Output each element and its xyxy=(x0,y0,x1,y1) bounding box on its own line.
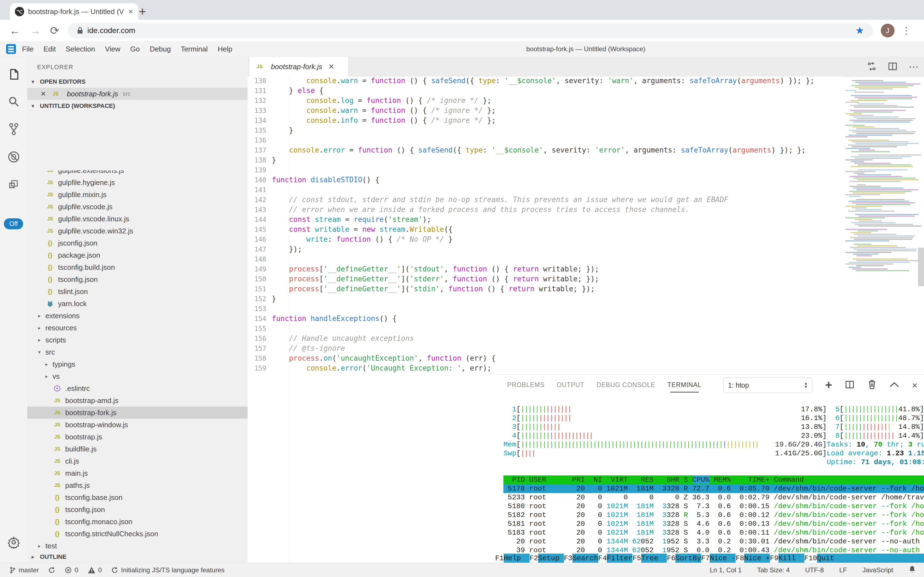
menu-help[interactable]: Help xyxy=(218,45,232,53)
menu-debug[interactable]: Debug xyxy=(149,45,171,53)
split-terminal-icon[interactable] xyxy=(845,380,855,391)
bookmark-star-icon[interactable]: ★ xyxy=(855,25,864,36)
htop-function-key-bar[interactable]: F1Help F2Setup F3SearchF4FilterF5Tree F6… xyxy=(495,554,924,563)
debug-icon[interactable] xyxy=(0,151,27,164)
new-terminal-icon[interactable]: + xyxy=(825,378,832,392)
htop-process-row[interactable]: 5233 root 20 0 0 0 0 Z 36.3 0.0 0:02.79 … xyxy=(503,493,924,502)
htop-process-row[interactable]: 5183 root 20 0 1021M 181M 3328 S 4.0 0.6… xyxy=(503,528,924,537)
fkey-F6[interactable]: F6 xyxy=(667,554,675,563)
tree-item-bootstrap-fork.js[interactable]: JSbootstrap-fork.js xyxy=(27,406,247,419)
extensions-icon[interactable] xyxy=(0,178,27,191)
tree-item-test[interactable]: ▸test xyxy=(27,540,247,550)
tree-item-yarn.lock[interactable]: yarn.lock xyxy=(27,298,247,310)
app-logo-icon[interactable] xyxy=(6,44,16,54)
split-editor-icon[interactable] xyxy=(888,61,898,73)
editor-scrollbar[interactable] xyxy=(918,248,924,286)
language-status-message[interactable]: Initializing JS/TS language features xyxy=(111,566,225,574)
menu-terminal[interactable]: Terminal xyxy=(181,45,208,53)
tree-item-scripts[interactable]: ▸scripts xyxy=(27,334,247,346)
terminal[interactable]: 1[||||||||||||||17.8%] 5[|||||||||||||||… xyxy=(503,395,924,563)
tree-item-gulpfile.hygiene.js[interactable]: JSgulpfile.hygiene.js xyxy=(27,176,247,189)
panel-tab-problems[interactable]: PROBLEMS xyxy=(507,381,545,389)
fkey-F2[interactable]: F2 xyxy=(530,554,538,563)
outline-section[interactable]: ▸ OUTLINE xyxy=(27,551,247,563)
tree-item-bootstrap-amd.js[interactable]: JSbootstrap-amd.js xyxy=(27,395,247,406)
kill-terminal-icon[interactable] xyxy=(867,379,877,391)
close-panel-icon[interactable]: × xyxy=(912,380,918,391)
browser-tab[interactable]: ⌥ bootstrap-fork.js — Untitled (V × xyxy=(10,3,138,20)
tree-item-src[interactable]: ▾src xyxy=(27,346,247,358)
tree-item-tsconfig.base.json[interactable]: {}tsconfig.base.json xyxy=(27,492,247,503)
htop-process-row[interactable]: 20 root 20 0 1344M 62052 1952 S 3.3 0.2 … xyxy=(503,537,924,546)
tree-item-typings[interactable]: ▸typings xyxy=(27,358,247,370)
open-changes-icon[interactable] xyxy=(867,61,877,73)
close-icon[interactable]: ✕ xyxy=(40,90,46,98)
tree-item-main.js[interactable]: JSmain.js xyxy=(27,467,247,479)
tab-size[interactable]: Tab Size: 4 xyxy=(757,566,790,574)
fkey-F3[interactable]: F3 xyxy=(564,554,572,563)
tree-item-tsconfig.monaco.json[interactable]: {}tsconfig.monaco.json xyxy=(27,516,247,528)
reload-icon[interactable]: ⟳ xyxy=(50,24,59,37)
tab-close-icon[interactable]: ✕ xyxy=(328,63,334,71)
tree-item-gulpfile.vscode.linux.js[interactable]: JSgulpfile.vscode.linux.js xyxy=(27,213,247,225)
menu-edit[interactable]: Edit xyxy=(43,45,56,53)
tree-item-tslint.json[interactable]: {}tslint.json xyxy=(27,285,247,298)
panel-tab-output[interactable]: OUTPUT xyxy=(557,381,585,389)
avatar[interactable]: J xyxy=(881,24,895,37)
htop-table-header[interactable]: PID USER PRI NI VIRT RES SHR S CPU% MEM%… xyxy=(503,475,924,484)
open-editor-item[interactable]: ✕ JS bootstrap-fork.js src xyxy=(27,88,247,100)
tree-item-tsconfig.strictNullChecks.json[interactable]: {}tsconfig.strictNullChecks.json xyxy=(27,528,247,540)
tree-item-jsconfig.json[interactable]: {}jsconfig.json xyxy=(27,237,247,249)
address-bar[interactable]: ide.coder.com ★ xyxy=(67,23,873,38)
tree-item-vs[interactable]: ▸vs xyxy=(27,370,247,382)
source-control-icon[interactable] xyxy=(0,122,27,137)
tree-item-bootstrap-window.js[interactable]: JSbootstrap-window.js xyxy=(27,419,247,431)
tree-item-tsconfig.json[interactable]: {}tsconfig.json xyxy=(27,273,247,285)
branch-indicator[interactable]: master xyxy=(10,566,39,574)
workspace-header[interactable]: ▾ UNTITLED (WORKSPACE) xyxy=(27,100,247,112)
tree-item-cli.js[interactable]: JScli.js xyxy=(27,455,247,467)
eol[interactable]: LF xyxy=(839,566,847,574)
panel-tab-terminal[interactable]: TERMINAL xyxy=(667,381,701,389)
more-actions-icon[interactable]: ⋯ xyxy=(909,64,919,70)
menu-view[interactable]: View xyxy=(105,45,121,53)
fkey-F8[interactable]: F8 xyxy=(736,554,744,563)
back-icon[interactable]: ← xyxy=(10,24,20,37)
fkey-F7[interactable]: F7 xyxy=(701,554,710,563)
panel-tab-debug-console[interactable]: DEBUG CONSOLE xyxy=(596,381,655,389)
htop-process-row[interactable]: 5182 root 20 0 1021M 181M 3328 R 5.3 0.6… xyxy=(503,511,924,519)
encoding[interactable]: UTF-8 xyxy=(805,566,824,574)
tree-item-gulpfile.vscode.win32.js[interactable]: JSgulpfile.vscode.win32.js xyxy=(27,225,247,237)
menu-go[interactable]: Go xyxy=(130,45,140,53)
tree-item-gulpfile.vscode.js[interactable]: JSgulpfile.vscode.js xyxy=(27,201,247,213)
htop-process-row[interactable]: 5180 root 20 0 1021M 181M 3328 S 7.3 0.6… xyxy=(503,502,924,511)
open-editors-header[interactable]: ▾ OPEN EDITORS xyxy=(27,76,247,88)
tree-item-resources[interactable]: ▸resources xyxy=(27,322,247,334)
tree-item-bootstrap.js[interactable]: JSbootstrap.js xyxy=(27,431,247,443)
bell-icon[interactable] xyxy=(909,566,916,575)
fkey-F10[interactable]: F10 xyxy=(804,554,817,563)
new-tab-button[interactable]: + xyxy=(139,6,146,17)
fkey-F9[interactable]: F9 xyxy=(770,554,778,563)
tab-close-icon[interactable]: × xyxy=(128,7,133,16)
menu-file[interactable]: File xyxy=(22,45,34,53)
minimap[interactable] xyxy=(845,79,916,296)
tree-item-gulpfile.extensions.js[interactable]: JSgulpfile.extensions.js xyxy=(27,171,247,176)
tree-item-paths.js[interactable]: JSpaths.js xyxy=(27,479,247,492)
tree-item-package.json[interactable]: {}package.json xyxy=(27,249,247,261)
tree-item-extensions[interactable]: ▸extensions xyxy=(27,310,247,322)
terminal-select[interactable]: 1: htop ▲▼ xyxy=(723,377,812,393)
tree-item-tsconfig.build.json[interactable]: {}tsconfig.build.json xyxy=(27,261,247,273)
online-status-badge[interactable]: Off xyxy=(4,218,23,229)
errors-indicator[interactable]: 0 xyxy=(65,566,78,574)
explorer-icon[interactable] xyxy=(0,68,27,82)
htop-process-row[interactable]: 5181 root 20 0 1021M 181M 3328 S 4.6 0.6… xyxy=(503,519,924,528)
tree-item-buildfile.js[interactable]: JSbuildfile.js xyxy=(27,443,247,455)
search-icon[interactable] xyxy=(0,95,27,109)
fkey-F4[interactable]: F4 xyxy=(598,554,607,563)
warnings-indicator[interactable]: 0 xyxy=(88,566,102,574)
language-mode[interactable]: JavaScript xyxy=(862,566,893,574)
tree-item-tsconfig.json[interactable]: {}tsconfig.json xyxy=(27,503,247,516)
menu-selection[interactable]: Selection xyxy=(66,45,95,53)
editor-tab[interactable]: JS bootstrap-fork.js ✕ xyxy=(249,57,348,77)
